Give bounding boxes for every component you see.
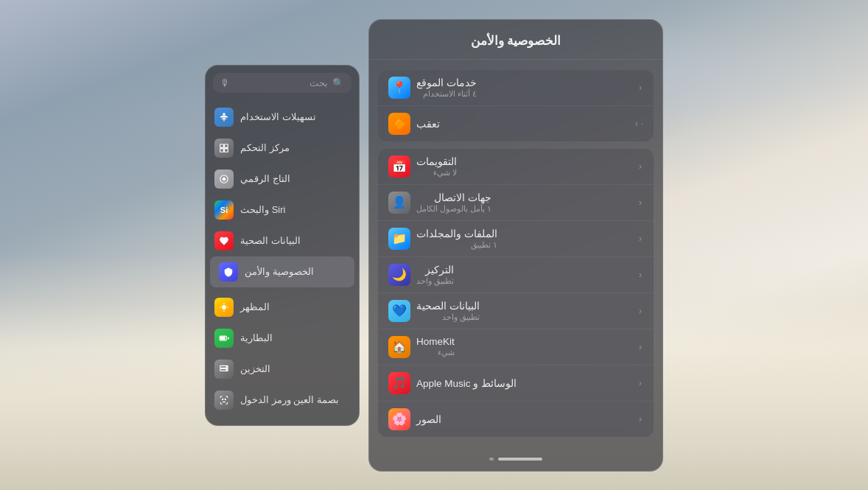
sidebar-item-accessibility[interactable]: تسهيلات الاستخدام xyxy=(206,102,359,133)
sidebar-items: تسهيلات الاستخدام مركز التحكم التاج الرق… xyxy=(206,99,359,425)
sidebar-item-control-center[interactable]: مركز التحكم xyxy=(206,133,359,164)
svg-rect-16 xyxy=(220,337,225,340)
search-input[interactable] xyxy=(234,77,328,88)
siri-icon: Si xyxy=(214,200,234,220)
sidebar-item-label: البطارية xyxy=(240,332,273,343)
music-icon: 🎵 xyxy=(388,372,410,394)
accessibility-icon xyxy=(214,108,234,127)
tracking-icon: 🔶 xyxy=(388,113,410,135)
photos-icon: 🌸 xyxy=(388,408,410,430)
sidebar-item-label: تسهيلات الاستخدام xyxy=(240,111,316,122)
files-icon: 📁 xyxy=(388,228,410,250)
item-title: البيانات الصحية xyxy=(416,300,480,312)
control-center-icon xyxy=(214,139,234,158)
sidebar-item-label: التاج الرقمي xyxy=(240,173,290,184)
sidebar-item-appearance[interactable]: المظهر xyxy=(206,292,359,323)
list-item-right: HomeKit شيء 🏠 xyxy=(388,336,455,358)
list-item-right: الصور 🌸 xyxy=(388,408,441,430)
sidebar-item-storage[interactable]: التخزين xyxy=(206,354,359,385)
svg-point-0 xyxy=(223,113,225,116)
sidebar-item-face-id[interactable]: بصمة العين ورمز الدخول xyxy=(206,385,359,416)
list-item-focus[interactable]: ‹ التركيز تطبيق واحد 🌙 xyxy=(378,257,654,293)
list-item-right: البيانات الصحية تطبيق واحد 💙 xyxy=(388,300,480,322)
health-data-icon xyxy=(214,231,234,251)
svg-rect-5 xyxy=(220,148,224,152)
chevron-icon: ‹ xyxy=(639,161,642,172)
list-item-right: الملفات والمجلدات ١ تطبيق 📁 xyxy=(388,228,497,250)
list-item-text: التقويمات لا شيء xyxy=(416,155,457,178)
list-item-tracking[interactable]: ·‹ تعقب 🔶 xyxy=(378,106,654,141)
item-title: التقويمات xyxy=(416,155,457,167)
svg-rect-4 xyxy=(225,144,228,147)
storage-icon xyxy=(214,360,234,379)
dot-chevron: ·‹ xyxy=(635,119,643,129)
chevron-icon: ‹ xyxy=(639,342,642,352)
item-title: الملفات والمجلدات xyxy=(416,228,497,239)
list-item-homekit[interactable]: ‹ HomeKit شيء 🏠 xyxy=(378,329,654,365)
left-panel-header: الخصوصية والأمن xyxy=(369,20,662,60)
list-item-photos[interactable]: ‹ الصور 🌸 xyxy=(378,402,654,437)
list-item-text: خدمات الموقع ٤ أثناء الاستخدام xyxy=(416,77,477,99)
chevron-icon: ‹ xyxy=(639,270,642,280)
list-item-text: الملفات والمجلدات ١ تطبيق xyxy=(416,228,497,250)
item-subtitle: شيء xyxy=(416,348,455,357)
list-item-media-music[interactable]: ‹ الوسائط و Apple Music 🎵 xyxy=(378,365,654,402)
sidebar-item-privacy-security[interactable]: الخصوصية والأمن xyxy=(210,256,354,287)
item-title: HomeKit xyxy=(416,336,455,347)
battery-icon xyxy=(214,329,234,348)
sidebar-item-label: المظهر xyxy=(240,301,270,312)
list-item-location-services[interactable]: ‹ خدمات الموقع ٤ أثناء الاستخدام 📍 xyxy=(378,70,654,106)
svg-rect-3 xyxy=(220,144,224,147)
list-item-text: التركيز تطبيق واحد xyxy=(416,264,454,286)
item-subtitle: ٤ أثناء الاستخدام xyxy=(416,89,477,99)
section-group-1: ‹ خدمات الموقع ٤ أثناء الاستخدام 📍 ·‹ xyxy=(378,70,654,141)
privacy-icon xyxy=(219,262,238,281)
chevron-icon: ‹ xyxy=(639,378,642,388)
homekit-icon: 🏠 xyxy=(388,336,410,358)
search-icon: 🔍 xyxy=(332,77,344,88)
health-icon: 💙 xyxy=(388,300,410,322)
section-group-2: ‹ التقويمات لا شيء 📅 ‹ جهات الاتصال xyxy=(378,149,654,437)
list-item-text: HomeKit شيء xyxy=(416,336,455,357)
item-subtitle: ١ يأمل بالوصول الكامل xyxy=(416,204,491,214)
mic-icon[interactable]: 🎙 xyxy=(220,77,230,88)
list-item-right: التركيز تطبيق واحد 🌙 xyxy=(388,264,454,286)
item-title: الصور xyxy=(416,413,441,425)
svg-point-20 xyxy=(226,369,227,370)
search-bar[interactable]: 🎙 🔍 xyxy=(213,73,351,93)
item-subtitle: تطبيق واحد xyxy=(416,276,454,286)
sidebar-item-digital-crown[interactable]: التاج الرقمي xyxy=(206,164,359,195)
main-container: الخصوصية والأمن ‹ خدمات الموقع ٤ أثناء ا… xyxy=(0,0,868,490)
focus-icon: 🌙 xyxy=(388,264,410,286)
list-item-right: جهات الاتصال ١ يأمل بالوصول الكامل 👤 xyxy=(388,192,491,214)
item-title: التركيز xyxy=(416,264,454,276)
sidebar-item-label: البيانات الصحية xyxy=(240,235,301,246)
svg-point-22 xyxy=(225,399,225,399)
list-item-calendars[interactable]: ‹ التقويمات لا شيء 📅 xyxy=(378,149,654,185)
svg-point-21 xyxy=(223,399,223,399)
list-item-right: خدمات الموقع ٤ أثناء الاستخدام 📍 xyxy=(388,77,477,99)
chevron-icon: ‹ xyxy=(639,234,642,244)
list-item-right: تعقب 🔶 xyxy=(388,113,440,135)
sidebar-item-health-data[interactable]: البيانات الصحية xyxy=(206,225,359,256)
list-item-files[interactable]: ‹ الملفات والمجلدات ١ تطبيق 📁 xyxy=(378,221,654,257)
sidebar-item-siri[interactable]: Siri والبحث Si xyxy=(206,195,359,225)
sidebar-item-label: مركز التحكم xyxy=(240,142,290,153)
item-title: خدمات الموقع xyxy=(416,77,477,88)
list-item-health[interactable]: ‹ البيانات الصحية تطبيق واحد 💙 xyxy=(378,293,654,329)
location-icon: 📍 xyxy=(388,77,410,99)
list-item-contacts[interactable]: ‹ جهات الاتصال ١ يأمل بالوصول الكامل 👤 xyxy=(378,185,654,221)
pagination-dot xyxy=(489,458,494,461)
svg-point-9 xyxy=(222,305,226,309)
face-id-icon xyxy=(214,391,234,410)
chevron-icon: ‹ xyxy=(639,197,642,208)
item-subtitle: ١ تطبيق xyxy=(416,240,497,250)
chevron-icon: ‹ xyxy=(639,414,642,424)
chevron-icon: ‹ xyxy=(639,83,642,93)
left-panel-items: ‹ خدمات الموقع ٤ أثناء الاستخدام 📍 ·‹ xyxy=(369,60,662,450)
item-title: جهات الاتصال xyxy=(416,192,491,203)
item-title: تعقب xyxy=(416,118,440,130)
list-item-text: البيانات الصحية تطبيق واحد xyxy=(416,300,480,322)
item-title: الوسائط و Apple Music xyxy=(416,377,517,389)
sidebar-item-battery[interactable]: البطارية xyxy=(206,323,359,354)
